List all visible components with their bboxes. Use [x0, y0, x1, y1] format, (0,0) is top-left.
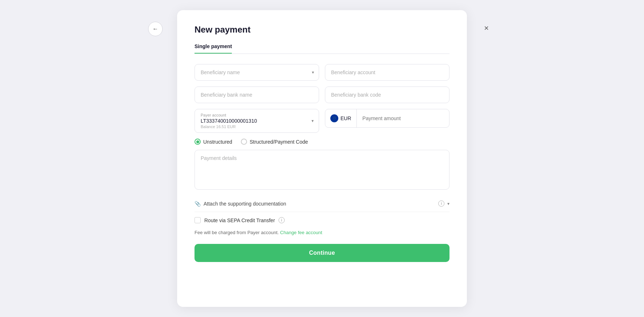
- payment-details-group: [195, 150, 449, 190]
- beneficiary-name-group: ▾: [195, 64, 319, 81]
- beneficiary-account-input[interactable]: [325, 64, 449, 81]
- currency-label: EUR: [340, 115, 351, 121]
- currency-amount-wrapper: EUR: [325, 109, 449, 128]
- tab-single-payment[interactable]: Single payment: [195, 43, 232, 54]
- modal: New payment Single payment ▾: [177, 10, 467, 307]
- payer-account-field[interactable]: Payer account LT333740010000001310 Balan…: [195, 109, 319, 133]
- change-fee-account-link[interactable]: Change fee account: [280, 230, 322, 235]
- attach-label: Attach the supporting documentation: [204, 201, 435, 207]
- form-row-4: [195, 150, 449, 190]
- payment-details-input[interactable]: [195, 150, 449, 190]
- svg-point-3: [335, 117, 335, 117]
- svg-point-5: [335, 119, 335, 119]
- beneficiary-bank-name-group: [195, 86, 319, 103]
- payer-account-group: Payer account LT333740010000001310 Balan…: [195, 109, 319, 133]
- payment-amount-group: EUR: [325, 109, 449, 133]
- continue-button[interactable]: Continue: [195, 244, 449, 262]
- back-button[interactable]: ←: [148, 22, 163, 36]
- currency-badge: EUR: [325, 109, 357, 127]
- attach-documentation-row[interactable]: 📎 Attach the supporting documentation i …: [195, 195, 449, 212]
- beneficiary-name-input[interactable]: [195, 64, 319, 81]
- attach-chevron-icon: ▾: [447, 201, 449, 206]
- payer-balance: Balance 16.51 EUR: [201, 124, 313, 129]
- beneficiary-account-group: [325, 64, 449, 81]
- radio-group: Unstructured Structured/Payment Code: [195, 139, 449, 145]
- attach-info-icon[interactable]: i: [438, 200, 444, 207]
- svg-point-9: [333, 117, 334, 117]
- page-wrapper: ← × New payment Single payment ▾: [0, 0, 644, 317]
- svg-point-4: [335, 118, 336, 118]
- radio-structured-label: Structured/Payment Code: [250, 139, 308, 145]
- beneficiary-bank-code-group: [325, 86, 449, 103]
- payer-account-chevron-icon: ▾: [311, 118, 314, 123]
- sepa-row: Route via SEPA Credit Transfer i: [195, 217, 449, 223]
- svg-point-2: [334, 117, 335, 117]
- beneficiary-bank-name-input[interactable]: [195, 86, 319, 103]
- svg-point-6: [334, 119, 335, 119]
- radio-unstructured-circle: [195, 139, 201, 145]
- radio-structured[interactable]: Structured/Payment Code: [241, 139, 308, 145]
- radio-unstructured[interactable]: Unstructured: [195, 139, 232, 145]
- form-row-3: Payer account LT333740010000001310 Balan…: [195, 109, 449, 133]
- radio-structured-circle: [241, 139, 247, 145]
- close-button[interactable]: ×: [480, 22, 493, 35]
- fee-text: Fee will be charged from Payer account.: [195, 230, 279, 235]
- svg-point-7: [333, 119, 334, 119]
- payer-account-label: Payer account: [201, 113, 313, 117]
- svg-point-8: [333, 118, 333, 118]
- beneficiary-bank-code-input[interactable]: [325, 86, 449, 103]
- page-title: New payment: [195, 25, 449, 35]
- radio-unstructured-label: Unstructured: [203, 139, 232, 145]
- beneficiary-name-field-wrapper: ▾: [195, 64, 319, 81]
- paperclip-icon: 📎: [195, 201, 201, 207]
- payment-amount-input[interactable]: [357, 110, 449, 126]
- tabs: Single payment: [195, 43, 449, 54]
- form-row-2: [195, 86, 449, 103]
- fee-row: Fee will be charged from Payer account. …: [195, 230, 449, 235]
- form-row-1: ▾: [195, 64, 449, 81]
- eu-flag-icon: [330, 114, 338, 122]
- payer-account-value: LT333740010000001310: [201, 118, 313, 124]
- sepa-info-icon[interactable]: i: [279, 217, 285, 223]
- sepa-checkbox[interactable]: [195, 217, 201, 223]
- sepa-label: Route via SEPA Credit Transfer: [204, 217, 275, 223]
